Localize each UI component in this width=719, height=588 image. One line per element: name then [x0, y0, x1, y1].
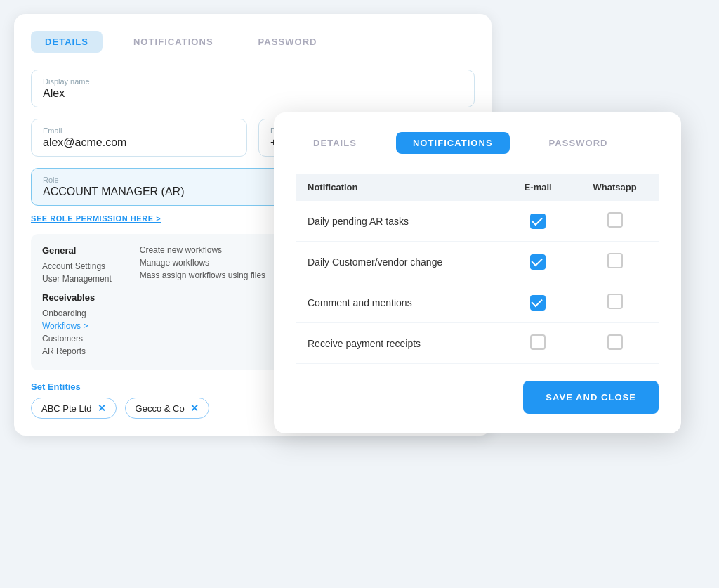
notif-daily-ar-email[interactable]: [505, 201, 571, 242]
entity-abc-name: ABC Pte Ltd: [41, 403, 92, 414]
display-name-field: Display name Alex: [31, 70, 475, 107]
perm-onboarding[interactable]: Onboarding: [42, 308, 112, 318]
table-row: Receive payment receipts: [296, 323, 659, 364]
checkbox-checked-icon[interactable]: [530, 254, 546, 270]
perm-general-heading: General: [42, 245, 112, 256]
fg-tabs: DETAILS NOTIFICATIONS PASSWORD: [296, 132, 659, 154]
checkbox-unchecked-icon[interactable]: [607, 294, 623, 309]
perm-ar-reports[interactable]: AR Reports: [42, 346, 112, 356]
fg-tab-details[interactable]: DETAILS: [296, 132, 374, 154]
notif-daily-ar-whatsapp[interactable]: [571, 201, 659, 242]
checkbox-unchecked-icon[interactable]: [607, 212, 623, 228]
email-label: Email: [43, 126, 235, 135]
perm-workflows[interactable]: Workflows >: [42, 321, 112, 331]
notif-payment-label: Receive payment receipts: [296, 323, 505, 364]
checkbox-unchecked-icon[interactable]: [530, 334, 546, 350]
notif-daily-ar-label: Daily pending AR tasks: [296, 201, 505, 242]
perm-create-workflows[interactable]: Create new workflows: [140, 245, 265, 255]
display-name-label: Display name: [43, 77, 463, 86]
notif-comment-label: Comment and mentions: [296, 282, 505, 323]
perm-mass-assign[interactable]: Mass assign workflows using files: [140, 270, 265, 280]
checkbox-unchecked-icon[interactable]: [607, 253, 623, 268]
perm-general-col: General Account Settings User Management…: [42, 245, 112, 359]
notifications-table: Notification E-mail Whatsapp Daily pendi…: [296, 174, 659, 364]
entity-gecco-remove[interactable]: ✕: [190, 403, 199, 414]
email-value: alex@acme.com: [43, 136, 235, 149]
notif-comment-whatsapp[interactable]: [571, 282, 659, 323]
col-notification: Notification: [296, 174, 505, 201]
col-whatsapp: Whatsapp: [571, 174, 659, 201]
col-email: E-mail: [505, 174, 571, 201]
perm-user-management[interactable]: User Management: [42, 274, 112, 284]
notif-customer-vendor-email[interactable]: [505, 242, 571, 282]
save-btn-row: SAVE AND CLOSE: [296, 381, 659, 414]
table-row: Comment and mentions: [296, 282, 659, 323]
notif-payment-email[interactable]: [505, 323, 571, 364]
fg-tab-notifications[interactable]: NOTIFICATIONS: [396, 132, 510, 154]
entity-gecco-name: Gecco & Co: [136, 403, 185, 414]
notif-comment-email[interactable]: [505, 282, 571, 323]
table-row: Daily Customer/vendor change: [296, 242, 659, 282]
display-name-value[interactable]: Alex: [43, 87, 463, 100]
perm-workflows-col: Create new workflows Manage workflows Ma…: [140, 245, 265, 359]
perm-manage-workflows[interactable]: Manage workflows: [140, 258, 265, 268]
bg-tab-details[interactable]: DETAILS: [31, 31, 103, 53]
save-and-close-button[interactable]: SAVE AND CLOSE: [523, 381, 659, 414]
notif-customer-vendor-whatsapp[interactable]: [571, 242, 659, 282]
checkbox-unchecked-icon[interactable]: [607, 334, 623, 350]
bg-tab-notifications[interactable]: NOTIFICATIONS: [119, 31, 227, 53]
perm-customers[interactable]: Customers: [42, 334, 112, 344]
checkbox-checked-icon[interactable]: [530, 295, 546, 311]
email-field[interactable]: Email alex@acme.com: [31, 119, 247, 157]
fg-tab-password[interactable]: PASSWORD: [532, 132, 625, 154]
entity-abc-remove[interactable]: ✕: [98, 403, 106, 414]
perm-account-settings[interactable]: Account Settings: [42, 261, 112, 271]
table-header-row: Notification E-mail Whatsapp: [296, 174, 659, 201]
bg-tabs: DETAILS NOTIFICATIONS PASSWORD: [31, 31, 475, 53]
notifications-card: DETAILS NOTIFICATIONS PASSWORD Notificat…: [274, 112, 681, 433]
table-row: Daily pending AR tasks: [296, 201, 659, 242]
checkbox-checked-icon[interactable]: [530, 214, 546, 229]
bg-tab-password[interactable]: PASSWORD: [244, 31, 331, 53]
notif-payment-whatsapp[interactable]: [571, 323, 659, 364]
entity-tag-gecco[interactable]: Gecco & Co ✕: [125, 398, 209, 419]
perm-receivables-heading: Receivables: [42, 292, 112, 303]
notif-customer-vendor-label: Daily Customer/vendor change: [296, 242, 505, 282]
entity-tag-abc[interactable]: ABC Pte Ltd ✕: [31, 398, 117, 419]
